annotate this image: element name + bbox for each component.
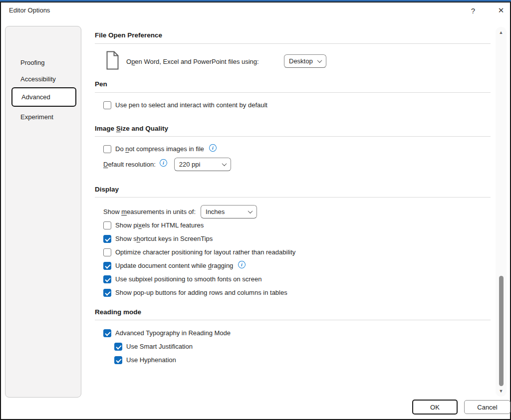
checkbox-row: Update document content while dragging i [103,261,246,270]
checkbox-row: Show pixels for HTML features [103,221,204,230]
editor-options-dialog: Editor Options ? ✕ Proofing Accessibilit… [0,0,511,420]
section-divider [95,320,491,320]
checkbox-label: Show pixels for HTML features [115,221,204,230]
info-icon[interactable]: i [159,159,168,167]
checkbox-label: Use Hyphenation [126,356,176,365]
sidebar: Proofing Accessibility Advanced Experime… [5,26,81,398]
default-resolution-row: Default resolution: i 220 ppi [103,158,231,171]
section-heading-pen: Pen [95,80,107,88]
section-heading-image: Image Size and Quality [95,125,168,132]
section-divider [95,136,491,137]
measurements-value: Inches [206,208,225,215]
chevron-down-icon [222,161,227,166]
checkbox-row: Do not compress images in file i [103,145,217,154]
checkbox-row: Advanced Typography in Reading Mode [103,329,231,338]
info-icon[interactable]: i [238,260,246,268]
chevron-down-icon [317,58,322,63]
checkbox-row: Use subpixel positioning to smooth fonts… [103,275,261,284]
checkbox-popup-buttons[interactable] [103,289,111,297]
checkbox-row: Show pop-up buttons for adding rows and … [103,288,287,297]
cancel-button[interactable]: Cancel [464,400,511,414]
section-heading-reading: Reading mode [95,308,141,316]
checkbox-use-pen[interactable] [103,101,111,109]
sidebar-item-proofing[interactable]: Proofing [11,54,76,71]
window-top-border [0,1,511,2]
checkbox-label: Advanced Typography in Reading Mode [115,329,231,338]
section-heading-file-open: File Open Preference [95,31,162,39]
checkbox-hyphenation[interactable] [114,356,122,364]
help-icon[interactable]: ? [467,4,479,17]
checkbox-label: Use pen to select and interact with cont… [115,101,267,110]
checkbox-advanced-typography[interactable] [103,329,111,337]
close-icon[interactable]: ✕ [495,4,507,17]
scroll-up-icon[interactable]: ▲ [496,28,507,36]
measurements-select[interactable]: Inches [201,205,257,218]
chevron-down-icon [248,209,253,213]
checkbox-shortcut-keys[interactable] [103,235,111,243]
section-heading-display: Display [95,186,119,193]
scrollbar-thumb[interactable] [499,276,504,386]
dialog-title: Editor Options [9,6,50,14]
measurements-label: Show measurements in units of: [103,208,196,216]
section-divider [95,43,491,44]
default-resolution-label: Default resolution: [103,160,156,169]
checkbox-row: Use Hyphenation [114,356,176,365]
checkbox-smart-justification[interactable] [114,343,122,351]
open-files-label: Open Word, Excel and PowerPoint files us… [126,57,259,66]
document-icon [106,50,119,72]
checkbox-row: Show shortcut keys in ScreenTips [103,234,213,243]
sidebar-item-advanced[interactable]: Advanced [11,87,76,107]
default-resolution-value: 220 ppi [179,161,201,168]
default-resolution-select[interactable]: 220 ppi [174,158,231,171]
checkbox-label: Optimize character positioning for layou… [115,248,295,257]
checkbox-row: Optimize character positioning for layou… [103,248,295,257]
sidebar-item-accessibility[interactable]: Accessibility [11,71,76,87]
checkbox-label: Use subpixel positioning to smooth fonts… [115,275,261,284]
ok-button[interactable]: OK [412,400,458,415]
scroll-down-icon[interactable]: ▼ [496,387,507,395]
checkbox-no-compress[interactable] [103,145,111,153]
file-open-select[interactable]: Desktop [284,54,326,68]
vertical-scrollbar[interactable]: ▲ ▼ [496,27,507,397]
info-icon[interactable]: i [209,143,217,152]
checkbox-update-while-dragging[interactable] [103,262,111,270]
measurements-row: Show measurements in units of: Inches [103,205,257,218]
checkbox-label: Show shortcut keys in ScreenTips [115,234,213,243]
checkbox-optimize-positioning[interactable] [103,248,111,256]
checkbox-show-pixels[interactable] [103,221,111,229]
checkbox-row: Use Smart Justification [114,342,193,351]
section-divider [95,197,491,198]
checkbox-label: Use Smart Justification [126,342,193,351]
checkbox-label: Do not compress images in file [115,145,204,154]
checkbox-label: Update document content while dragging [115,261,233,270]
checkbox-label: Show pop-up buttons for adding rows and … [115,288,287,297]
checkbox-row: Use pen to select and interact with cont… [103,101,267,110]
checkbox-subpixel[interactable] [103,275,111,283]
sidebar-item-experiment[interactable]: Experiment [11,109,76,125]
file-open-select-value: Desktop [289,57,313,65]
section-divider [95,92,491,93]
